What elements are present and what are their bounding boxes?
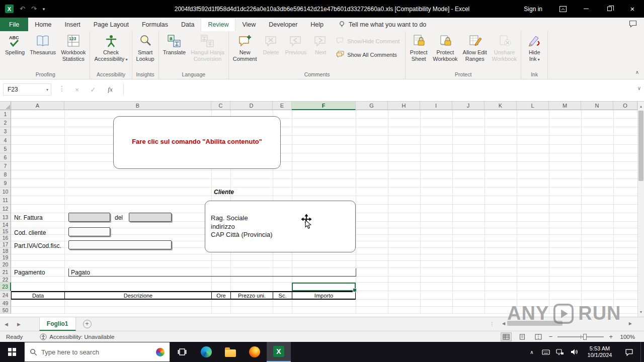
tab-home[interactable]: Home (28, 18, 58, 31)
ribbon-button-new-comment[interactable]: NewComment (230, 32, 260, 70)
comments-pane-icon[interactable] (629, 20, 637, 30)
minimize-button[interactable] (575, 0, 598, 18)
row-header-22[interactable]: 22 (0, 277, 11, 283)
part-iva-field[interactable] (68, 240, 172, 249)
row-header-16[interactable]: 16 (0, 235, 11, 241)
row-header-50[interactable]: 50 (0, 307, 11, 314)
page-layout-view-button[interactable] (517, 332, 528, 341)
new-sheet-button[interactable]: + (83, 320, 92, 328)
vertical-scroll-thumb[interactable] (638, 111, 643, 181)
ribbon-button-spelling[interactable]: ABCSpelling (3, 32, 27, 70)
collapse-ribbon-icon[interactable]: ∧ (635, 69, 639, 75)
ribbon-button-thesaurus[interactable]: Thesaurus (27, 32, 58, 70)
tab-data[interactable]: Data (175, 18, 201, 31)
row-header-49[interactable]: 49 (0, 300, 11, 307)
row-header-14[interactable]: 14 (0, 222, 11, 228)
column-header-i[interactable]: I (420, 102, 452, 110)
sheet-nav-right-icon[interactable]: ▶ (13, 322, 25, 327)
name-box-caret-icon[interactable]: ▾ (46, 87, 48, 92)
sign-in-button[interactable]: Sign in (515, 0, 551, 18)
ribbon-button-check-accessibility[interactable]: CheckAccessibility ▾ (92, 32, 130, 70)
ribbon-button-hangul-hanja-conversion[interactable]: Hangul HanjaConversion (188, 32, 227, 70)
horizontal-scrollbar[interactable]: ◀ ▶ (500, 320, 634, 327)
ribbon-button-smart-lookup[interactable]: SmartLookup (134, 32, 157, 70)
column-header-m[interactable]: M (549, 102, 581, 110)
ribbon-button-translate[interactable]: aTranslate (160, 32, 188, 70)
column-header-h[interactable]: H (388, 102, 420, 110)
row-header-11[interactable]: 11 (0, 196, 11, 205)
cancel-entry-button[interactable]: × (70, 83, 84, 96)
ribbon-button-workbook-statistics[interactable]: 123WorkbookStatistics (58, 32, 88, 70)
row-header-18[interactable]: 18 (0, 248, 11, 254)
column-header-o[interactable]: O (613, 102, 637, 110)
tell-me-box[interactable]: Tell me what you want to do (330, 18, 426, 31)
scroll-right-icon[interactable]: ▶ (627, 321, 634, 326)
zoom-in-button[interactable]: + (609, 333, 613, 340)
undo-button[interactable]: ↶ (20, 6, 25, 12)
selected-cell[interactable] (292, 283, 356, 291)
tab-insert[interactable]: Insert (58, 18, 87, 31)
show-desktop-button[interactable] (640, 342, 643, 362)
network-icon[interactable] (554, 342, 566, 362)
row-header-1[interactable]: 1 (0, 110, 11, 119)
column-header-f[interactable]: F (292, 102, 356, 110)
row-header-21[interactable]: 21 (0, 268, 11, 277)
volume-icon[interactable] (568, 342, 580, 362)
hidden-icons-chevron[interactable]: ∧ (526, 342, 538, 362)
column-header-g[interactable]: G (356, 102, 388, 110)
row-header-15[interactable]: 15 (0, 228, 11, 235)
zoom-slider-thumb[interactable] (583, 334, 587, 340)
scroll-left-icon[interactable]: ◀ (500, 321, 507, 326)
zoom-slider[interactable] (557, 336, 604, 337)
ribbon-display-options-icon[interactable] (551, 0, 575, 18)
column-header-c[interactable]: C (211, 102, 230, 110)
customize-qat-icon[interactable]: ▾ (43, 7, 45, 12)
grid-cells[interactable]: Fare clic sul comando "Abilita contenuto… (11, 110, 637, 314)
search-highlights-icon[interactable] (156, 348, 165, 356)
row-header-8[interactable]: 8 (0, 170, 11, 179)
horizontal-scroll-thumb[interactable] (507, 321, 562, 326)
column-header-n[interactable]: N (581, 102, 613, 110)
cliente-shape[interactable]: Rag. Sociale indirizzo CAP Città (Provin… (205, 201, 356, 252)
taskbar-edge-button[interactable] (194, 342, 218, 362)
notice-shape[interactable]: Fare clic sul comando "Abilita contenuto… (113, 116, 281, 169)
tab-help[interactable]: Help (304, 18, 330, 31)
tab-view[interactable]: View (235, 18, 262, 31)
tab-formulas[interactable]: Formulas (135, 18, 175, 31)
normal-view-button[interactable] (501, 332, 512, 341)
row-header-4[interactable]: 4 (0, 136, 11, 145)
row-header-17[interactable]: 17 (0, 241, 11, 248)
ribbon-button-show-hide-comment[interactable]: Show/Hide Comment (336, 37, 399, 46)
row-header-24[interactable]: 24 (0, 291, 11, 300)
sheet-tab-foglio1[interactable]: Foglio1 (39, 317, 76, 331)
start-button[interactable] (0, 342, 24, 362)
ribbon-button-delete[interactable]: Delete (260, 32, 283, 70)
taskbar-clock[interactable]: 5:53 AM 10/1/2024 (582, 345, 617, 358)
cod-cliente-field[interactable] (68, 227, 110, 236)
tabstrip-resize-handle[interactable]: ⋮ (490, 321, 496, 327)
redo-button[interactable]: ↷ (31, 6, 37, 12)
row-header-7[interactable]: 7 (0, 162, 11, 170)
row-header-6[interactable]: 6 (0, 153, 11, 162)
taskbar-search[interactable]: Type here to search (24, 342, 170, 362)
ribbon-button-unshare-workbook[interactable]: UnshareWorkbook (490, 32, 519, 70)
row-header-19[interactable]: 19 (0, 254, 11, 261)
tab-review[interactable]: Review (201, 18, 235, 31)
ribbon-button-show-all-comments[interactable]: Show All Comments (336, 50, 399, 59)
taskbar-excel-button[interactable]: X (267, 342, 291, 362)
name-box[interactable]: F23 ▾ (3, 83, 51, 96)
column-header-k[interactable]: K (485, 102, 517, 110)
zoom-level[interactable]: 100% (618, 334, 635, 340)
formula-input[interactable] (123, 83, 631, 96)
column-header-e[interactable]: E (273, 102, 292, 110)
ribbon-button-protect-sheet[interactable]: ProtectSheet (407, 32, 430, 70)
taskbar-firefox-button[interactable] (243, 342, 267, 362)
page-break-view-button[interactable] (533, 332, 544, 341)
row-header-9[interactable]: 9 (0, 179, 11, 188)
ribbon-button-protect-workbook[interactable]: ProtectWorkbook (430, 32, 460, 70)
vertical-scrollbar[interactable]: ▲ ▼ (637, 102, 644, 317)
scroll-down-icon[interactable]: ▼ (638, 308, 644, 316)
ribbon-button-next[interactable]: Next (309, 32, 332, 70)
enter-entry-button[interactable]: ✓ (87, 83, 100, 96)
tab-page-layout[interactable]: Page Layout (87, 18, 135, 31)
